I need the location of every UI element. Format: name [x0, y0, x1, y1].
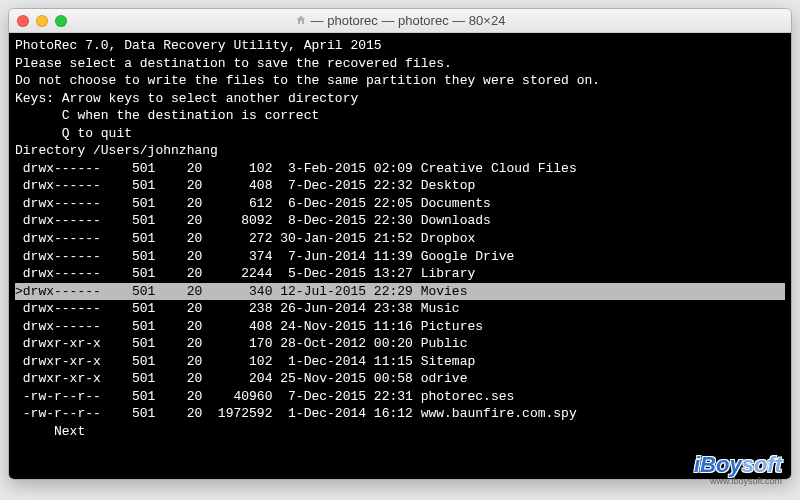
file-row[interactable]: drwxr-xr-x 501 20 170 28-Oct-2012 00:20 …	[15, 335, 785, 353]
file-row[interactable]: drwx------ 501 20 612 6-Dec-2015 22:05 D…	[15, 195, 785, 213]
watermark: iBoysoft www.iboysoft.com	[694, 452, 782, 486]
minimize-icon[interactable]	[36, 15, 48, 27]
home-icon	[295, 14, 307, 26]
file-row[interactable]: drwx------ 501 20 8092 8-Dec-2015 22:30 …	[15, 212, 785, 230]
file-row[interactable]: drwx------ 501 20 102 3-Feb-2015 02:09 C…	[15, 160, 785, 178]
traffic-lights	[17, 15, 67, 27]
file-row[interactable]: drwxr-xr-x 501 20 204 25-Nov-2015 00:58 …	[15, 370, 785, 388]
terminal-line: C when the destination is correct	[15, 107, 785, 125]
file-row[interactable]: drwx------ 501 20 374 7-Jun-2014 11:39 G…	[15, 248, 785, 266]
file-row[interactable]: drwx------ 501 20 272 30-Jan-2015 21:52 …	[15, 230, 785, 248]
close-icon[interactable]	[17, 15, 29, 27]
watermark-url: www.iboysoft.com	[694, 476, 782, 486]
zoom-icon[interactable]	[55, 15, 67, 27]
titlebar: — photorec — photorec — 80×24	[9, 9, 791, 33]
next-button[interactable]: Next	[15, 423, 785, 441]
file-row[interactable]: >drwx------ 501 20 340 12-Jul-2015 22:29…	[15, 283, 785, 301]
file-row[interactable]: drwx------ 501 20 408 7-Dec-2015 22:32 D…	[15, 177, 785, 195]
terminal-line: Q to quit	[15, 125, 785, 143]
file-row[interactable]: drwxr-xr-x 501 20 102 1-Dec-2014 11:15 S…	[15, 353, 785, 371]
terminal-line: Directory /Users/johnzhang	[15, 142, 785, 160]
window-title-text: — photorec — photorec — 80×24	[311, 13, 506, 28]
terminal-line: Keys: Arrow keys to select another direc…	[15, 90, 785, 108]
window-title: — photorec — photorec — 80×24	[9, 13, 791, 28]
terminal-window: — photorec — photorec — 80×24 PhotoRec 7…	[8, 8, 792, 480]
terminal-content[interactable]: PhotoRec 7.0, Data Recovery Utility, Apr…	[9, 33, 791, 479]
watermark-brand-b: soft	[742, 452, 782, 477]
file-row[interactable]: drwx------ 501 20 408 24-Nov-2015 11:16 …	[15, 318, 785, 336]
file-row[interactable]: -rw-r--r-- 501 20 40960 7-Dec-2015 22:31…	[15, 388, 785, 406]
file-row[interactable]: -rw-r--r-- 501 20 1972592 1-Dec-2014 16:…	[15, 405, 785, 423]
terminal-line: PhotoRec 7.0, Data Recovery Utility, Apr…	[15, 37, 785, 55]
terminal-line: Do not choose to write the files to the …	[15, 72, 785, 90]
terminal-line: Please select a destination to save the …	[15, 55, 785, 73]
file-row[interactable]: drwx------ 501 20 2244 5-Dec-2015 13:27 …	[15, 265, 785, 283]
watermark-brand-a: iBoy	[694, 452, 742, 477]
file-row[interactable]: drwx------ 501 20 238 26-Jun-2014 23:38 …	[15, 300, 785, 318]
